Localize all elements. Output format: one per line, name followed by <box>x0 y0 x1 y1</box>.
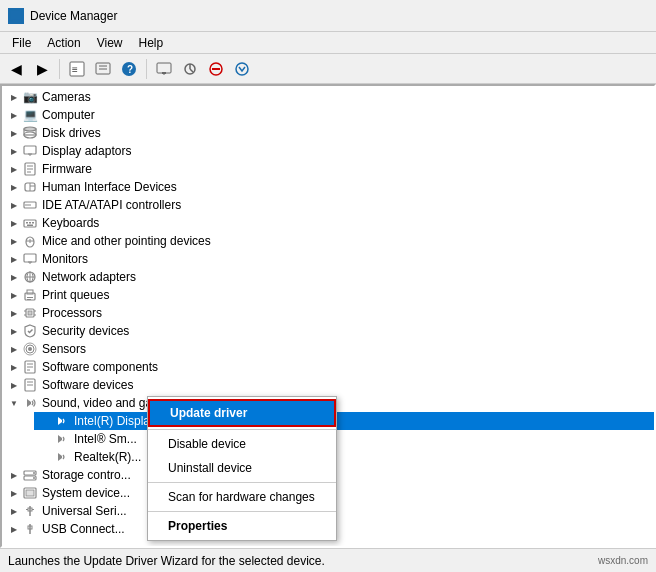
expander-firmware[interactable]: ▶ <box>6 161 22 177</box>
icon-storage-ctrl <box>22 467 38 483</box>
icon-disk-drives <box>22 125 38 141</box>
expander-keyboards[interactable]: ▶ <box>6 215 22 231</box>
svg-rect-22 <box>24 146 36 154</box>
menu-view[interactable]: View <box>89 34 131 52</box>
icon-system-devices <box>22 485 38 501</box>
label-keyboards: Keyboards <box>42 216 99 230</box>
icon-universal-serial <box>22 503 38 519</box>
expander-realtek <box>38 449 54 465</box>
tree-item-security-devices[interactable]: ▶ Security devices <box>2 322 654 340</box>
properties-button[interactable]: ≡ <box>65 57 89 81</box>
icon-print-queues <box>22 287 38 303</box>
expander-usb-connect[interactable]: ▶ <box>6 521 22 537</box>
arrow-down-button[interactable] <box>230 57 254 81</box>
tree-item-firmware[interactable]: ▶ Firmware <box>2 160 654 178</box>
status-text: Launches the Update Driver Wizard for th… <box>8 554 325 568</box>
icon-computer: 💻 <box>22 107 38 123</box>
expander-universal-serial[interactable]: ▶ <box>6 503 22 519</box>
svg-rect-44 <box>24 254 36 262</box>
tree-item-network-adapters[interactable]: ▶ Network adapters <box>2 268 654 286</box>
expander-sensors[interactable]: ▶ <box>6 341 22 357</box>
svg-point-18 <box>236 63 248 75</box>
tree-item-ide-ata[interactable]: ▶ IDE ATA/ATAPI controllers <box>2 196 654 214</box>
expander-monitors[interactable]: ▶ <box>6 251 22 267</box>
tree-item-intel-display[interactable]: Intel(R) Display Audio <box>34 412 654 430</box>
icon-mice <box>22 233 38 249</box>
tree-item-processors[interactable]: ▶ Processors <box>2 304 654 322</box>
label-mice: Mice and other pointing devices <box>42 234 211 248</box>
menu-file[interactable]: File <box>4 34 39 52</box>
tree-item-intel-sm[interactable]: Intel® Sm... <box>34 430 654 448</box>
context-menu-update-driver[interactable]: Update driver <box>148 399 336 427</box>
label-print-queues: Print queues <box>42 288 109 302</box>
tree-item-print-queues[interactable]: ▶ Print queues <box>2 286 654 304</box>
tree-item-software-devices[interactable]: ▶ Software devices <box>2 376 654 394</box>
tree-item-sensors[interactable]: ▶ Sensors <box>2 340 654 358</box>
expander-software-components[interactable]: ▶ <box>6 359 22 375</box>
scan-button[interactable] <box>178 57 202 81</box>
tree-item-software-components[interactable]: ▶ Software components <box>2 358 654 376</box>
icon-sound-video <box>22 395 38 411</box>
menu-bar: File Action View Help <box>0 32 656 54</box>
expander-cameras[interactable]: ▶ <box>6 89 22 105</box>
svg-rect-2 <box>13 20 19 22</box>
tree-item-display-adaptors[interactable]: ▶ Display adaptors <box>2 142 654 160</box>
expander-system-devices[interactable]: ▶ <box>6 485 22 501</box>
tree-item-cameras[interactable]: ▶ 📷 Cameras <box>2 88 654 106</box>
icon-human-interface <box>22 179 38 195</box>
context-menu-sep-1 <box>148 429 336 430</box>
disable-button[interactable] <box>204 57 228 81</box>
tree-item-realtek[interactable]: Realtek(R)... <box>34 448 654 466</box>
icon-intel-sm <box>54 431 70 447</box>
label-display-adaptors: Display adaptors <box>42 144 131 158</box>
menu-action[interactable]: Action <box>39 34 88 52</box>
svg-rect-53 <box>27 297 33 298</box>
expander-human-interface[interactable]: ▶ <box>6 179 22 195</box>
context-menu-uninstall-device[interactable]: Uninstall device <box>148 456 336 480</box>
icon-keyboards <box>22 215 38 231</box>
icon-firmware <box>22 161 38 177</box>
help-button[interactable]: ? <box>117 57 141 81</box>
expander-processors[interactable]: ▶ <box>6 305 22 321</box>
icon-ide-ata <box>22 197 38 213</box>
label-system-devices: System device... <box>42 486 130 500</box>
display-button[interactable] <box>152 57 176 81</box>
expander-sound-video[interactable]: ▼ <box>6 395 22 411</box>
tree-item-human-interface[interactable]: ▶ Human Interface Devices <box>2 178 654 196</box>
context-menu-properties[interactable]: Properties <box>148 514 336 538</box>
tree-item-monitors[interactable]: ▶ Monitors <box>2 250 654 268</box>
expander-network-adapters[interactable]: ▶ <box>6 269 22 285</box>
expander-disk-drives[interactable]: ▶ <box>6 125 22 141</box>
expander-ide-ata[interactable]: ▶ <box>6 197 22 213</box>
label-computer: Computer <box>42 108 95 122</box>
expander-storage-ctrl[interactable]: ▶ <box>6 467 22 483</box>
toolbar-separator-2 <box>146 59 147 79</box>
expander-print-queues[interactable]: ▶ <box>6 287 22 303</box>
tree-item-disk-drives[interactable]: ▶ Disk drives <box>2 124 654 142</box>
tree-item-keyboards[interactable]: ▶ Keyboards <box>2 214 654 232</box>
context-menu-disable-device[interactable]: Disable device <box>148 432 336 456</box>
svg-rect-40 <box>27 225 33 227</box>
expander-computer[interactable]: ▶ <box>6 107 22 123</box>
svg-point-21 <box>24 127 36 131</box>
icon-realtek <box>54 449 70 465</box>
expander-software-devices[interactable]: ▶ <box>6 377 22 393</box>
forward-button[interactable]: ▶ <box>30 57 54 81</box>
svg-point-61 <box>28 347 32 351</box>
back-button[interactable]: ◀ <box>4 57 28 81</box>
expander-intel-display <box>38 413 54 429</box>
menu-help[interactable]: Help <box>131 34 172 52</box>
svg-rect-39 <box>32 222 34 224</box>
icon-usb-connect <box>22 521 38 537</box>
icon-software-devices <box>22 377 38 393</box>
expander-display-adaptors[interactable]: ▶ <box>6 143 22 159</box>
expander-mice[interactable]: ▶ <box>6 233 22 249</box>
label-network-adapters: Network adapters <box>42 270 136 284</box>
update-driver-button[interactable] <box>91 57 115 81</box>
tree-item-mice[interactable]: ▶ Mice and other pointing devices <box>2 232 654 250</box>
icon-display-adaptors <box>22 143 38 159</box>
expander-security-devices[interactable]: ▶ <box>6 323 22 339</box>
context-menu-scan-hardware[interactable]: Scan for hardware changes <box>148 485 336 509</box>
tree-item-computer[interactable]: ▶ 💻 Computer <box>2 106 654 124</box>
icon-intel-display <box>54 413 70 429</box>
